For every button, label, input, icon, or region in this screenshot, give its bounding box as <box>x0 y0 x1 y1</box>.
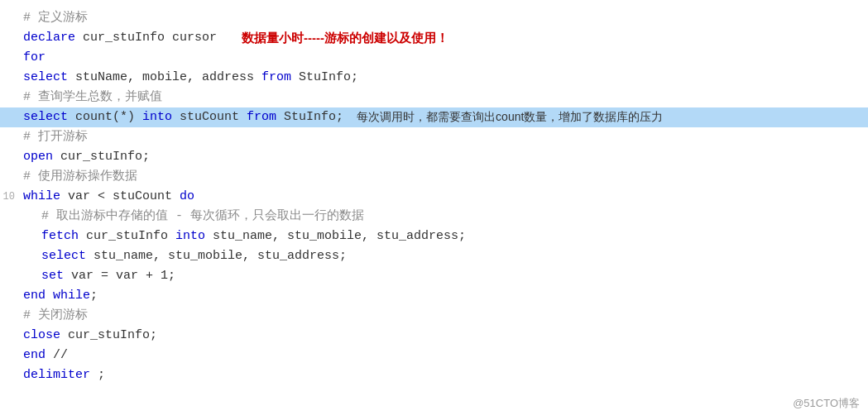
kw-while: while <box>23 187 60 206</box>
kw-open: open <box>23 147 53 166</box>
plain-15b: ; <box>90 286 98 305</box>
code-line-11: # 取出游标中存储的值 - 每次循环，只会取出一行的数据 <box>0 207 868 227</box>
kw-end-15: end <box>23 286 46 305</box>
kw-select-13: select <box>41 246 86 265</box>
kw-close: close <box>23 326 60 345</box>
kw-while-15: while <box>53 286 90 305</box>
plain-6b: stuCount <box>172 107 247 126</box>
kw-for: for <box>23 48 46 67</box>
kw-from-6: from <box>247 107 276 126</box>
plain-14: var = var + 1; <box>64 266 175 285</box>
plain-17: cur_stuInfo; <box>60 326 157 345</box>
code-line-17: close cur_stuInfo; <box>0 326 868 346</box>
plain-15a <box>46 286 53 305</box>
line-9-text: # 使用游标操作数据 <box>23 167 137 186</box>
code-line-16: # 关闭游标 <box>0 306 868 326</box>
kw-do: do <box>180 187 194 206</box>
plain-13: stu_name, stu_mobile, stu_address; <box>86 246 347 265</box>
code-line-6: select count(*) into stuCount from StuIn… <box>0 107 868 127</box>
code-line-13: select stu_name, stu_mobile, stu_address… <box>0 246 868 266</box>
code-container: # 定义游标 declare cur_stuInfo cursor 数据量小时-… <box>0 0 868 420</box>
line-16-text: # 关闭游标 <box>23 306 88 325</box>
kw-declare: declare <box>23 28 75 47</box>
code-line-14: set var = var + 1; <box>0 266 868 286</box>
plain-12a: cur_stuInfo <box>79 227 175 246</box>
code-line-4: select stuName, mobile, address from Stu… <box>0 68 868 88</box>
code-line-8: open cur_stuInfo; <box>0 147 868 167</box>
line-7-text: # 打开游标 <box>23 127 88 146</box>
plain-8: cur_stuInfo; <box>53 147 150 166</box>
kw-from-4: from <box>261 68 291 87</box>
plain-4a: stuName, mobile, address <box>68 68 261 87</box>
code-line-3: for <box>0 48 868 68</box>
code-line-18: end // <box>0 346 868 365</box>
kw-delimiter: delimiter <box>23 365 90 384</box>
plain-12b: stu_name, stu_mobile, stu_address; <box>205 227 466 246</box>
annotation-red-1: 数据量小时-----游标的创建以及使用！ <box>242 28 448 47</box>
plain-2: cur_stuInfo cursor <box>75 28 217 47</box>
code-line-5: # 查询学生总数，并赋值 <box>0 88 868 107</box>
kw-fetch: fetch <box>41 227 79 246</box>
line-5-text: # 查询学生总数，并赋值 <box>23 88 162 107</box>
plain-6a: count(*) <box>68 107 142 126</box>
code-line-1: # 定义游标 <box>0 8 868 28</box>
kw-select-4: select <box>23 68 68 87</box>
annotation-black-1: 每次调用时，都需要查询出count数量，增加了数据库的压力 <box>357 108 663 126</box>
line-1-text: # 定义游标 <box>23 8 88 27</box>
kw-set: set <box>41 266 64 285</box>
code-line-10: 10 while var < stuCount do <box>0 187 868 207</box>
code-line-7: # 打开游标 <box>0 127 868 147</box>
code-line-2: declare cur_stuInfo cursor 数据量小时-----游标的… <box>0 28 868 48</box>
kw-into-6: into <box>142 107 172 126</box>
code-line-12: fetch cur_stuInfo into stu_name, stu_mob… <box>0 227 868 246</box>
line-11-text: # 取出游标中存储的值 - 每次循环，只会取出一行的数据 <box>41 207 364 226</box>
line-number-10: 10 <box>0 189 15 205</box>
plain-10: var < stuCount <box>60 187 180 206</box>
code-line-15: end while ; <box>0 286 868 306</box>
plain-6c: StuInfo; <box>276 107 343 126</box>
plain-19: ; <box>90 365 105 384</box>
plain-18: // <box>46 346 68 365</box>
kw-end-18: end <box>23 346 46 365</box>
watermark: @51CTO博客 <box>793 395 860 412</box>
code-line-9: # 使用游标操作数据 <box>0 167 868 187</box>
code-line-19: delimiter ; <box>0 365 868 385</box>
kw-into-12: into <box>175 227 205 246</box>
kw-select-6: select <box>23 107 68 126</box>
plain-4b: StuInfo; <box>291 68 358 87</box>
